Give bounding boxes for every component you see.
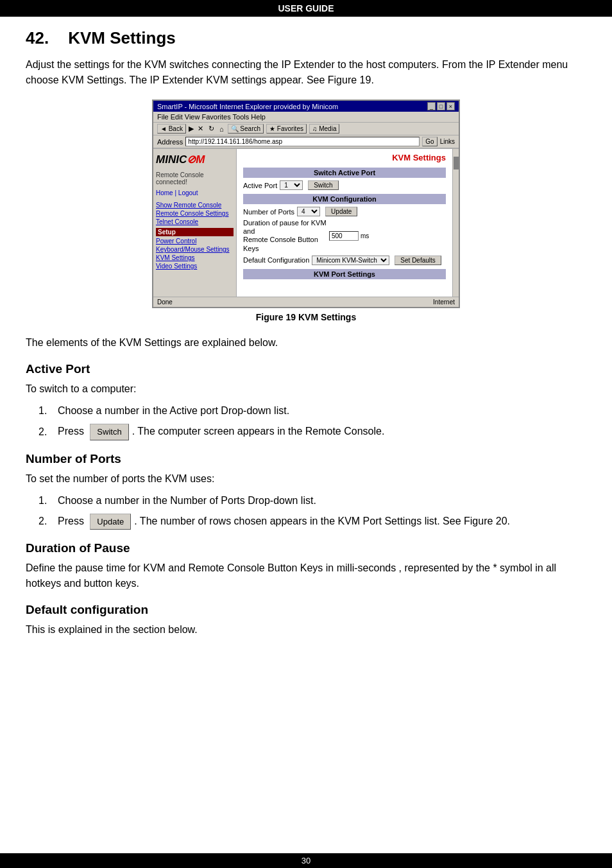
logout-link[interactable]: Logout [178,189,198,196]
num-ports-select[interactable]: 12348 [297,207,320,216]
browser-statusbar: Done Internet [153,297,459,307]
duration-body: Define the pause time for KVM and Remote… [26,560,586,591]
active-port-select[interactable]: 1234 [280,180,303,190]
duration-input[interactable] [329,231,359,241]
nav-remote-console-settings[interactable]: Remote Console Settings [156,210,234,217]
switch-active-port-heading: Switch Active Port [243,168,446,178]
nav-keyboard-mouse[interactable]: Keyboard/Mouse Settings [156,246,234,253]
duration-label: Duration of pause for KVM andRemote Cons… [243,219,327,253]
scroll-thumb [454,157,459,169]
links-label: Links [440,138,455,145]
scrollbar[interactable] [452,149,459,297]
nav-setup-header: Setup [156,228,234,236]
page-number: 30 [302,856,310,865]
nav-telnet-console[interactable]: Telnet Console [156,218,234,225]
nav-power-control[interactable]: Power Control [156,238,234,245]
figure-caption: Figure 19 KVM Settings [26,312,586,322]
browser-main-content: KVM Settings Switch Active Port Active P… [237,149,452,297]
active-port-section-heading: Active Port [26,362,586,376]
sidebar-nav: Show Remote Console Remote Console Setti… [156,202,234,270]
num-ports-list: 1. Choose a number in the Number of Port… [26,493,586,530]
duration-section-heading: Duration of Pause [26,541,586,555]
kvm-config-heading: KVM Configuration [243,194,446,204]
active-port-body: To switch to a computer: [26,381,586,397]
stop-button[interactable]: ✕ [198,125,203,133]
back-button[interactable]: ◄ Back [157,124,186,134]
active-port-list: 1. Choose a number in the Active port Dr… [26,403,586,440]
home-link[interactable]: Home [156,189,173,196]
browser-controls: _ □ × [427,102,455,110]
browser-titlebar: SmartIP - Microsoft Internet Explorer pr… [153,101,459,112]
switch-button[interactable]: Switch [308,180,338,190]
favorites-button[interactable]: ★ Favorites [266,124,307,134]
explain-text: The elements of the KVM Settings are exp… [26,335,586,351]
active-port-row: Active Port 1234 Switch [243,180,446,190]
kvm-settings-title: KVM Settings [243,153,446,162]
default-config-select[interactable]: Minicom KVM-Switch [312,256,389,265]
list-item: 2. Press Update. The number of rows chos… [26,514,586,530]
num-ports-row: Number of Ports 12348 Update [243,207,446,216]
active-port-label: Active Port [243,182,277,189]
header-title: USER GUIDE [278,3,334,13]
browser-addressbar: Address Go Links [153,135,459,149]
chapter-title: 42.KVM Settings [26,28,586,48]
forward-button[interactable]: ▶ [189,125,194,133]
maximize-btn[interactable]: □ [437,102,445,110]
minimize-btn[interactable]: _ [427,102,436,110]
header-bar: USER GUIDE [0,0,612,17]
statusbar-internet: Internet [433,299,455,306]
update-button[interactable]: Update [325,207,357,216]
brand-logo: MINIC⊘M [156,153,234,166]
nav-video-settings[interactable]: Video Settings [156,263,234,270]
chapter-number: 42. [26,28,49,48]
browser-menu: File Edit View Favorites Tools Help [153,112,459,123]
switch-inline-button[interactable]: Switch [90,424,128,440]
duration-row: Duration of pause for KVM andRemote Cons… [243,219,446,253]
list-item: 1. Choose a number in the Number of Port… [26,493,586,508]
intro-paragraph: Adjust the settings for the KVM switches… [26,57,586,88]
num-ports-section-heading: Number of Ports [26,452,586,466]
browser-sidebar: MINIC⊘M Remote Console connected! Home |… [153,149,237,297]
media-button[interactable]: ♫ Media [309,124,340,134]
default-config-label: Default Configuration [243,256,309,264]
page-body: 42.KVM Settings Adjust the settings for … [0,17,612,663]
num-ports-step1: Choose a number in the Number of Ports D… [58,493,316,508]
address-input[interactable] [185,137,420,146]
list-item: 1. Choose a number in the Active port Dr… [26,403,586,419]
chapter-name: KVM Settings [68,28,176,48]
default-config-row: Default Configuration Minicom KVM-Switch… [243,256,446,265]
page-footer: 30 [0,853,612,868]
list-item: 2. Press Switch. The computer screen app… [26,424,586,440]
browser-body: MINIC⊘M Remote Console connected! Home |… [153,149,459,297]
default-config-body: This is explained in the section below. [26,622,586,638]
num-ports-label: Number of Ports [243,208,294,216]
home-button[interactable]: ⌂ [219,125,224,133]
duration-unit: ms [361,232,369,239]
num-ports-body: To set the number of ports the KVM uses: [26,471,586,487]
go-button[interactable]: Go [422,137,437,146]
update-inline-button[interactable]: Update [90,514,131,530]
statusbar-done: Done [157,299,173,306]
browser-title: SmartIP - Microsoft Internet Explorer pr… [157,103,338,110]
nav-show-remote-console[interactable]: Show Remote Console [156,202,234,209]
address-label: Address [157,138,183,146]
sidebar-status: Remote Console connected! [156,171,234,186]
set-defaults-button[interactable]: Set Defaults [395,256,441,265]
active-port-step1: Choose a number in the Active port Drop-… [58,403,289,419]
nav-kvm-settings[interactable]: KVM Settings [156,254,234,261]
default-config-section-heading: Default configuration [26,603,586,617]
kvm-port-settings-heading: KVM Port Settings [243,269,446,279]
browser-window: SmartIP - Microsoft Internet Explorer pr… [152,100,460,308]
close-btn[interactable]: × [446,102,455,110]
refresh-button[interactable]: ↻ [208,125,214,133]
browser-toolbar: ◄ Back ▶ ✕ ↻ ⌂ 🔍 Search ★ Favorites ♫ Me… [153,123,459,135]
sidebar-homelogout: Home | Logout [156,189,234,196]
search-button[interactable]: 🔍 Search [228,124,264,134]
